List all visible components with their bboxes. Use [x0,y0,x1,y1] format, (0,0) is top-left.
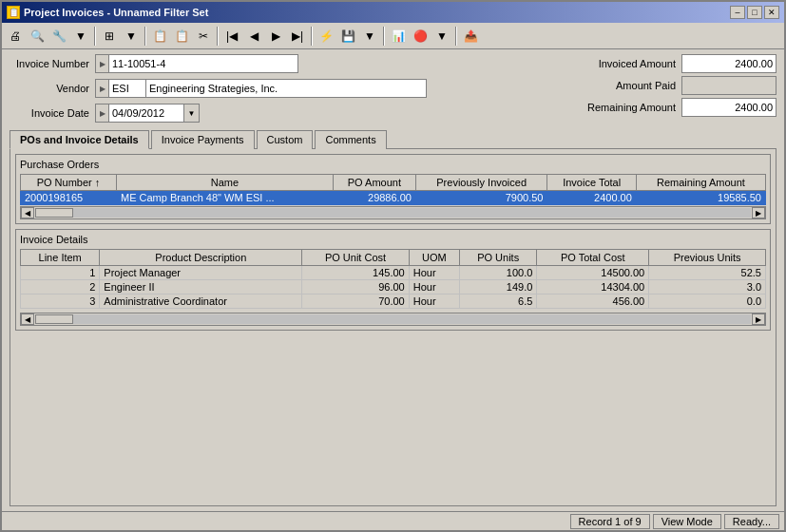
toolbar-dropdown1-btn[interactable]: ▼ [70,26,91,47]
date-dropdown-btn[interactable]: ▼ [184,104,200,123]
table-row[interactable]: 2000198165 ME Camp Branch 48" WM ESI ...… [21,191,766,205]
detail-units-cell: 6.5 [459,294,536,309]
toolbar-save-btn[interactable]: 💾 [337,26,358,47]
toolbar-settings-btn[interactable]: 🔧 [48,26,69,47]
toolbar-cut-btn[interactable]: ✂ [193,26,214,47]
detail-prevunits-cell: 0.0 [649,294,766,309]
tb-sep-1 [94,27,96,46]
detail-table: Line Item Product Description PO Unit Co… [20,249,766,309]
po-scrollbar-h[interactable]: ◀ ▶ [20,206,766,219]
main-window: 📋 Project Invoices - Unnamed Filter Set … [0,0,786,532]
toolbar-filter-dd-btn[interactable]: ▼ [121,26,142,47]
table-row[interactable]: 3 Administrative Coordinator 70.00 Hour … [21,294,766,309]
detail-scroll-left-btn[interactable]: ◀ [21,314,34,325]
po-table-wrap: PO Number ↑ Name PO Amount Previously In… [20,174,766,205]
toolbar-export-btn[interactable]: 📤 [460,26,481,47]
remaining-amount-label: Remaining Amount [567,102,681,113]
detail-col-description: Product Description [100,250,302,266]
toolbar-first-btn[interactable]: |◀ [221,26,242,47]
invoice-number-row: Invoice Number ▶ [10,54,427,73]
detail-prevunits-cell: 52.5 [649,266,766,280]
left-form: Invoice Number ▶ Vendor ▶ Invoice Date ▶ [10,54,427,125]
vendor-code-input[interactable] [108,79,146,98]
po-col-remaining: Remaining Amount [636,175,765,191]
detail-scrollbar-h[interactable]: ◀ ▶ [20,313,766,326]
title-buttons: – □ ✕ [730,6,779,19]
window-title: Project Invoices - Unnamed Filter Set [24,7,208,18]
detail-uom-cell: Hour [409,294,459,309]
po-name-cell: ME Camp Branch 48" WM ESI ... [116,191,333,205]
toolbar-paste-btn[interactable]: 📋 [171,26,192,47]
po-scroll-thumb[interactable] [35,208,73,218]
detail-uom-cell: Hour [409,280,459,294]
invoice-number-input[interactable] [108,54,298,73]
detail-scroll-right-btn[interactable]: ▶ [752,314,765,325]
tab-content: Purchase Orders PO Number ↑ Name PO Amou… [10,148,776,506]
po-scroll-right-btn[interactable]: ▶ [752,207,765,218]
detail-lineitem-cell: 3 [21,294,100,309]
toolbar-next-btn[interactable]: ▶ [265,26,286,47]
detail-table-wrap: Line Item Product Description PO Unit Co… [20,249,766,309]
invoice-date-input[interactable] [108,104,184,123]
table-row[interactable]: 1 Project Manager 145.00 Hour 100.0 1450… [21,266,766,280]
detail-section-title: Invoice Details [20,234,766,245]
purchase-orders-section: Purchase Orders PO Number ↑ Name PO Amou… [15,154,771,224]
vendor-name-input[interactable] [146,79,427,98]
toolbar-red-btn[interactable]: 🔴 [410,26,431,47]
invoice-date-row: Invoice Date ▶ ▼ [10,104,427,123]
amount-paid-input[interactable] [681,76,776,95]
toolbar-print-btn[interactable]: 🖨 [5,26,26,47]
vendor-label: Vendor [10,83,95,94]
tab-pos-invoice-details[interactable]: POs and Invoice Details [10,130,149,149]
amount-paid-label: Amount Paid [567,80,681,91]
detail-units-cell: 149.0 [459,280,536,294]
detail-lineitem-cell: 2 [21,280,100,294]
toolbar-save-dd-btn[interactable]: ▼ [359,26,380,47]
detail-description-cell: Administrative Coordinator [100,294,302,309]
tab-comments[interactable]: Comments [315,130,386,149]
detail-scroll-track [35,314,751,324]
form-area: Invoice Number ▶ Vendor ▶ Invoice Date ▶ [10,54,776,125]
detail-lineitem-cell: 1 [21,266,100,280]
invoice-number-icon: ▶ [95,54,108,73]
po-scroll-left-btn[interactable]: ◀ [21,207,34,218]
detail-col-units: PO Units [459,250,536,266]
tab-custom[interactable]: Custom [257,130,314,149]
vendor-row: Vendor ▶ [10,79,427,98]
po-number-cell: 2000198165 [21,191,117,205]
close-button[interactable]: ✕ [764,6,779,19]
detail-col-prevunits: Previous Units [649,250,766,266]
detail-description-cell: Project Manager [100,266,302,280]
table-row[interactable]: 2 Engineer II 96.00 Hour 149.0 14304.00 … [21,280,766,294]
detail-col-unitcost: PO Unit Cost [302,250,409,266]
maximize-button[interactable]: □ [747,6,762,19]
po-remaining-cell: 19585.50 [636,191,765,205]
toolbar-red-dd-btn[interactable]: ▼ [431,26,452,47]
toolbar-filter-btn[interactable]: ⊞ [99,26,120,47]
toolbar-bolt-btn[interactable]: ⚡ [316,26,336,47]
invoice-number-label: Invoice Number [10,58,95,69]
tab-invoice-payments[interactable]: Invoice Payments [151,130,255,149]
minimize-button[interactable]: – [730,6,745,19]
vendor-icon: ▶ [95,79,108,98]
toolbar-last-btn[interactable]: ▶| [287,26,308,47]
po-scroll-track [35,208,751,218]
po-prev-invoiced-cell: 7900.50 [415,191,547,205]
detail-prevunits-cell: 3.0 [649,280,766,294]
toolbar-search-btn[interactable]: 🔍 [27,26,48,47]
status-bar: Record 1 of 9 View Mode Ready... [2,511,784,530]
title-bar: 📋 Project Invoices - Unnamed Filter Set … [2,2,784,23]
tabs-row: POs and Invoice Details Invoice Payments… [10,129,776,148]
detail-unitcost-cell: 96.00 [302,280,409,294]
detail-scroll-thumb[interactable] [35,314,73,324]
toolbar-chart-btn[interactable]: 📊 [388,26,409,47]
invoiced-amount-input[interactable] [681,54,776,73]
date-input-wrap: ▼ [108,104,200,123]
invoiced-amount-row: Invoiced Amount [567,54,776,73]
toolbar-prev-btn[interactable]: ◀ [243,26,264,47]
remaining-amount-input[interactable] [681,98,776,117]
toolbar-copy-btn[interactable]: 📋 [149,26,170,47]
invoice-details-section: Invoice Details Line Item Product Descri… [15,229,771,331]
tb-sep-5 [383,27,385,46]
detail-col-uom: UOM [409,250,459,266]
